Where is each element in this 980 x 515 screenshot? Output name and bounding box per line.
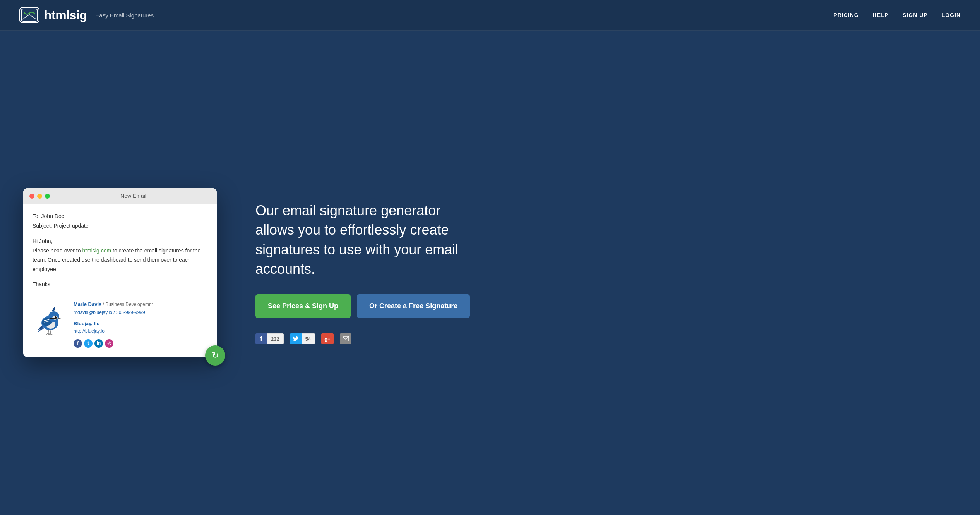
sig-facebook-icon: f — [74, 339, 82, 348]
gplus-icon: g+ — [321, 333, 334, 344]
hero-right: Our email signature generator allows you… — [240, 201, 957, 345]
sig-name: Marie Davis — [74, 301, 101, 307]
facebook-count: 232 — [267, 333, 284, 344]
sig-social-icons: f t in ◎ — [74, 339, 207, 348]
refresh-button[interactable]: ↻ — [205, 345, 225, 366]
main-nav: PRICING HELP SIGN UP LOGIN — [833, 12, 961, 18]
email-body-text1: Please head over to — [33, 247, 81, 254]
logo-icon — [19, 7, 39, 23]
svg-point-8 — [55, 316, 57, 318]
email-mockup-wrapper: New Email To: John Doe Subject: Project … — [23, 188, 217, 357]
nav-pricing[interactable]: PRICING — [833, 12, 858, 18]
hero-headline: Our email signature generator allows you… — [255, 201, 480, 279]
email-greeting: Hi John, — [33, 237, 207, 246]
sig-name-line: Marie Davis / Business Developemnt — [74, 300, 207, 309]
email-text: Hi John, Please head over to htmlsig.com… — [33, 237, 207, 274]
twitter-count: 54 — [302, 333, 315, 344]
window-title: New Email — [56, 193, 211, 199]
see-prices-button[interactable]: See Prices & Sign Up — [255, 294, 351, 318]
nav-help[interactable]: HELP — [873, 12, 889, 18]
create-signature-button[interactable]: Or Create a Free Signature — [357, 294, 470, 318]
sig-role: / Business Developemnt — [103, 302, 153, 307]
nav-signup[interactable]: SIGN UP — [903, 12, 928, 18]
email-link[interactable]: htmlsig.com — [82, 247, 111, 254]
main-content: New Email To: John Doe Subject: Project … — [0, 31, 980, 515]
dot-green — [45, 194, 50, 199]
email-body-para: Please head over to htmlsig.com to creat… — [33, 246, 207, 274]
email-to: To: John Doe — [33, 212, 207, 220]
sig-contact: mdavis@bluejay.io / 305-999-9999 — [74, 309, 207, 316]
email-thanks: Thanks — [33, 280, 207, 288]
cta-buttons: See Prices & Sign Up Or Create a Free Si… — [255, 294, 957, 318]
svg-rect-0 — [21, 9, 38, 21]
dot-yellow — [37, 194, 42, 199]
dot-red — [29, 194, 34, 199]
twitter-count-badge: 54 — [290, 333, 315, 344]
email-window: New Email To: John Doe Subject: Project … — [23, 188, 217, 357]
social-counts: f 232 54 g+ — [255, 333, 957, 344]
email-signature: Marie Davis / Business Developemnt mdavi… — [33, 297, 207, 348]
window-dots — [29, 194, 50, 199]
sig-website: http://bluejay.io — [74, 328, 207, 335]
svg-line-10 — [48, 330, 49, 333]
email-body: To: John Doe Subject: Project update Hi … — [23, 204, 217, 357]
sig-instagram-icon: ◎ — [105, 339, 113, 348]
sig-linkedin-icon: in — [94, 339, 103, 348]
email-meta: To: John Doe Subject: Project update — [33, 212, 207, 230]
logo-tagline: Easy Email Signatures — [95, 12, 154, 19]
bird-illustration — [33, 300, 67, 335]
twitter-icon — [290, 333, 302, 344]
logo-area: htmlsig Easy Email Signatures — [19, 7, 833, 23]
logo-text: htmlsig — [44, 8, 87, 22]
email-subject: Subject: Project update — [33, 221, 207, 230]
nav-login[interactable]: LOGIN — [942, 12, 961, 18]
facebook-icon: f — [255, 333, 267, 344]
facebook-count-badge: f 232 — [255, 333, 284, 344]
mail-icon — [340, 333, 351, 344]
svg-line-11 — [50, 330, 51, 333]
sig-details: Marie Davis / Business Developemnt mdavi… — [74, 300, 207, 348]
sig-twitter-icon: t — [84, 339, 93, 348]
svg-point-9 — [56, 316, 57, 317]
sig-company: Bluejay, llc — [74, 320, 207, 328]
window-titlebar: New Email — [23, 188, 217, 204]
